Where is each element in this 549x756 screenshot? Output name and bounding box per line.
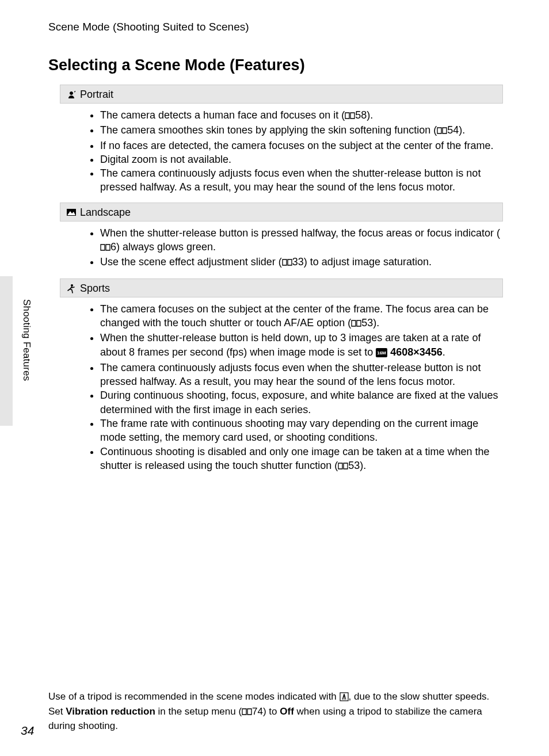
- list-item: When the shutter-release button is press…: [100, 226, 503, 255]
- text: Use the scene effect adjustment slider (: [100, 256, 282, 268]
- text: The camera detects a human face and focu…: [100, 109, 345, 121]
- footer-note: Use of a tripod is recommended in the sc…: [48, 690, 503, 733]
- feature-list: When the shutter-release button is press…: [86, 226, 503, 270]
- section-tab-label: Shooting Features: [21, 299, 32, 381]
- text-bold: Off: [280, 706, 294, 717]
- list-item: Continuous shooting is disabled and only…: [100, 445, 503, 474]
- text: .: [443, 346, 445, 358]
- image-size-icon: 16M: [376, 347, 387, 361]
- list-item: The frame rate with continuous shooting …: [100, 417, 503, 445]
- book-ref-icon: [351, 317, 361, 331]
- book-ref-icon: [345, 109, 355, 123]
- text: 53).: [348, 460, 366, 471]
- text-bold: Vibration reduction: [66, 706, 155, 717]
- section-title: Landscape: [80, 207, 131, 219]
- sports-icon: [66, 283, 77, 293]
- list-item: The camera continuously adjusts focus ev…: [100, 166, 503, 194]
- landscape-icon: [66, 207, 77, 217]
- list-item: The camera continuously adjusts focus ev…: [100, 361, 503, 389]
- tripod-icon: [340, 692, 349, 705]
- book-ref-icon: [282, 256, 292, 270]
- page-number: 34: [21, 724, 34, 738]
- text: The camera focuses on the subject at the…: [100, 303, 489, 329]
- sports-content: The camera focuses on the subject at the…: [60, 302, 503, 474]
- list-item: The camera smoothes skin tones by applyi…: [100, 123, 503, 138]
- feature-list: The camera focuses on the subject at the…: [86, 302, 503, 474]
- list-item: Use the scene effect adjustment slider (…: [100, 255, 503, 270]
- book-ref-icon: [242, 707, 252, 720]
- text: 53).: [361, 317, 379, 329]
- section-header-landscape: Landscape: [60, 203, 503, 222]
- section-tab-strip: [0, 276, 13, 426]
- book-ref-icon: [100, 241, 110, 255]
- text: Continuous shooting is disabled and only…: [100, 446, 489, 471]
- list-item: During continuous shooting, focus, expos…: [100, 388, 503, 417]
- section-header-portrait: Portrait: [60, 85, 503, 104]
- section-title: Portrait: [80, 89, 113, 101]
- portrait-icon: [66, 90, 77, 100]
- book-ref-icon: [437, 124, 447, 138]
- feature-list: The camera detects a human face and focu…: [86, 108, 503, 194]
- text: 33) to adjust image saturation.: [292, 256, 432, 268]
- section-header-sports: Sports: [60, 278, 503, 297]
- list-item: The camera focuses on the subject at the…: [100, 302, 503, 331]
- page-title: Selecting a Scene Mode (Features): [48, 56, 503, 74]
- section-title: Sports: [80, 282, 110, 295]
- text: 74) to: [252, 706, 280, 717]
- text: 58).: [355, 109, 373, 121]
- manual-page: Shooting Features Scene Mode (Shooting S…: [0, 0, 549, 756]
- text-bold: 4608×3456: [387, 346, 443, 358]
- book-ref-icon: [338, 460, 348, 474]
- text: 6) always glows green.: [110, 241, 216, 253]
- portrait-content: The camera detects a human face and focu…: [60, 108, 503, 194]
- text: Use of a tripod is recommended in the sc…: [48, 691, 340, 702]
- text: in the setup menu (: [155, 706, 242, 717]
- svg-text:16M: 16M: [377, 350, 386, 356]
- landscape-content: When the shutter-release button is press…: [60, 226, 503, 270]
- text: The camera smoothes skin tones by applyi…: [100, 124, 437, 136]
- list-item: Digital zoom is not available.: [100, 152, 503, 166]
- text: When the shutter-release button is press…: [100, 227, 500, 239]
- list-item: If no faces are detected, the camera foc…: [100, 139, 503, 152]
- breadcrumb: Scene Mode (Shooting Suited to Scenes): [48, 21, 503, 33]
- list-item: The camera detects a human face and focu…: [100, 108, 503, 123]
- list-item: When the shutter-release button is held …: [100, 331, 503, 361]
- text: 54).: [447, 124, 465, 136]
